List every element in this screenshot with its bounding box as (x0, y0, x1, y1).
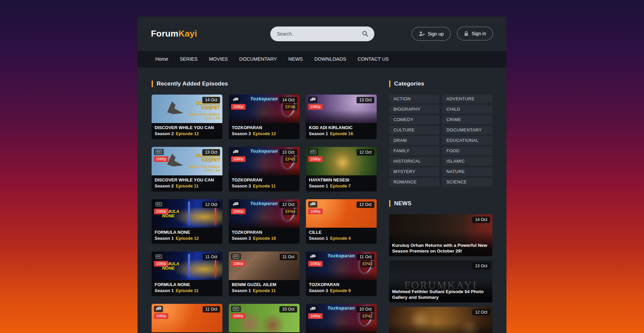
category-link[interactable]: EDUCATIONAL (442, 136, 492, 145)
episode-title: TOZKOPARAN (309, 282, 374, 287)
category-link[interactable]: DOCUMENTARY (442, 126, 492, 134)
episode-title: BENIM GUZEL AILEM (232, 282, 297, 287)
category-link[interactable]: ROMANCE (389, 178, 439, 186)
episode-label[interactable]: Episode 16 (330, 131, 353, 136)
news-card[interactable]: 14 Oct Kuruluş Orhan Returns with a Powe… (389, 214, 492, 256)
category-link[interactable]: NATURE (442, 167, 492, 176)
category-link[interactable]: CHILD (442, 105, 492, 114)
search-input[interactable] (277, 31, 361, 37)
episode-card[interactable]: YOK OLMADAN KEŞFET DISCOVER WHILE YOU CA… (152, 95, 222, 139)
subtitles-chip: CC (154, 254, 164, 260)
nav-item[interactable]: MOVIES (203, 51, 233, 67)
news-title: Mehmed Fetihler Sultani Episode 54 Photo… (392, 289, 489, 300)
episode-card[interactable]: Tozkoparan 1080p 14 Oct EP46 (229, 95, 300, 139)
nav-item[interactable]: DOWNLOADS (309, 51, 352, 67)
dubbed-audio-chip (308, 254, 317, 260)
episode-subtitle: Season 1 Episode 11 (232, 288, 297, 293)
heading-accent-bar (152, 80, 153, 87)
episode-card[interactable]: 1080p 11 Oct CILLE Season 1 Episode 3 (152, 304, 222, 333)
quality-badge: 1080p (154, 156, 168, 162)
cc-icon: CC (156, 202, 162, 206)
subtitles-chip: CC (154, 201, 164, 207)
subtitles-chip: CC (308, 149, 318, 155)
category-link[interactable]: COMEDY (389, 115, 439, 124)
episode-card[interactable]: CC 1080p 11 Oct BENIM GUZEL AILEM Season… (229, 252, 300, 296)
category-link[interactable]: ISLAMIC (442, 157, 492, 166)
episode-label[interactable]: Episode 11 (253, 183, 276, 188)
category-grid: ACTION ADVENTURE BIOGRAPHY CHILD COMEDY … (389, 95, 492, 186)
category-link[interactable]: CRIME (442, 115, 492, 124)
category-link[interactable]: FAMILY (389, 147, 439, 155)
search-icon (362, 31, 368, 37)
episode-card[interactable]: 1080p 13 Oct KOD ADI KIRLANGIC Season 1 … (306, 95, 377, 139)
news-card[interactable]: 12 Oct (389, 307, 492, 333)
microphone-speech-icon (233, 98, 238, 102)
episode-label[interactable]: Episode 9 (330, 288, 351, 293)
site-logo[interactable]: ForumKayi (151, 29, 197, 39)
nav-item[interactable]: DOCUMENTARY (233, 51, 282, 67)
category-link[interactable]: FOOD (442, 147, 492, 155)
episode-label[interactable]: Episode 12 (253, 131, 276, 136)
quality-badge: 1080p (231, 156, 246, 162)
season-label: Season 3 (232, 236, 251, 241)
category-link[interactable]: BIOGRAPHY (389, 105, 439, 114)
microphone-speech-icon (310, 98, 316, 102)
category-link[interactable]: DRAM (389, 136, 439, 145)
episode-subtitle: Season 2 Episode 12 (155, 131, 219, 136)
episode-card[interactable]: 1080p 12 Oct CILLE Season 1 Episode 4 (306, 199, 377, 244)
episode-label[interactable]: Episode 11 (176, 183, 199, 188)
episode-card[interactable]: CC 1080p 12 Oct HAYATIMIN NESESI Season … (306, 147, 377, 191)
episode-label[interactable]: Episode 7 (330, 183, 351, 188)
sign-in-button[interactable]: Sign in (457, 26, 493, 41)
nav-item[interactable]: CONTACT US (352, 51, 394, 67)
nav-item[interactable]: Home (150, 51, 174, 67)
date-badge: 10 Oct (279, 306, 297, 313)
episode-card[interactable]: Tozkoparan 1080p 11 Oct EP43 (306, 252, 377, 296)
category-link[interactable]: HISTORICAL (389, 157, 439, 166)
date-badge: 12 Oct (202, 202, 220, 208)
subtitles-chip: CC (231, 254, 241, 260)
episode-info: DISCOVER WHILE YOU CAN Season 2 Episode … (152, 123, 222, 139)
episode-title: CILLE (309, 230, 374, 235)
categories-heading-text: Categories (394, 80, 424, 87)
episode-label[interactable]: Episode 4 (330, 236, 351, 241)
episode-card[interactable]: Tozkoparan 1080p 10 Oct EP42 (306, 304, 377, 333)
date-badge: 12 Oct (472, 309, 490, 316)
episode-card[interactable]: Tozkoparan 1080p 12 Oct EP44 (229, 199, 300, 244)
episode-card[interactable]: YOK OLMADAN KEŞFET DISCOVER WHILE YOU CA… (152, 147, 222, 191)
category-link[interactable]: CULTURE (389, 126, 439, 134)
category-link[interactable]: SCIENCE (442, 178, 492, 186)
episode-label[interactable]: Episode 11 (253, 288, 276, 293)
sign-up-button[interactable]: Sign up (412, 27, 450, 41)
episode-card[interactable]: CC 1080p 10 Oct GREEN SEA Season 1 Episo (229, 304, 300, 333)
category-link[interactable]: ACTION (389, 95, 439, 103)
episode-thumbnail: YOK OLMADAN KEŞFET DISCOVER WHILE YOU CA… (152, 95, 222, 123)
season-label: Season 3 (232, 131, 251, 136)
episode-label[interactable]: Episode 12 (176, 236, 199, 241)
cc-icon: CC (233, 307, 239, 311)
season-label: Season 1 (309, 236, 328, 241)
dubbed-audio-chip (231, 97, 240, 103)
news-list: 14 Oct Kuruluş Orhan Returns with a Powe… (389, 214, 492, 333)
category-link[interactable]: ADVENTURE (442, 95, 492, 103)
date-badge: 14 Oct (472, 217, 490, 223)
nav-item[interactable]: SERIES (174, 51, 203, 67)
search-button[interactable] (361, 30, 369, 38)
category-link[interactable]: MYSTERY (389, 167, 439, 176)
episode-title: FORMULA NONE (155, 230, 219, 235)
news-card[interactable]: FORUMKAYI 13 Oct Mehmed Fetihler Sultani… (389, 261, 492, 302)
episode-thumbnail: CC 1080p 10 Oct (229, 304, 300, 332)
date-badge: 10 Oct (357, 306, 374, 313)
episode-thumbnail: CC 1080p 11 Oct (229, 252, 300, 280)
quality-badge: 1080p (231, 313, 246, 319)
episode-card[interactable]: FORMULA NONE CC 1080p 12 Oct FORMULA NON… (152, 199, 222, 244)
episode-label[interactable]: Episode 11 (176, 288, 199, 293)
episode-card[interactable]: FORMULA NONE CC 1080p 11 Oct FORMULA NON… (152, 252, 222, 296)
date-badge: 12 Oct (357, 149, 374, 156)
episode-card[interactable]: Tozkoparan 1080p 13 Oct EP45 (229, 147, 300, 191)
season-label: Season 1 (155, 288, 174, 293)
episode-label[interactable]: Episode 12 (176, 131, 199, 136)
episode-label[interactable]: Episode 10 (253, 236, 276, 241)
episode-title: KOD ADI KIRLANGIC (309, 125, 374, 130)
nav-item[interactable]: NEWS (283, 51, 309, 67)
